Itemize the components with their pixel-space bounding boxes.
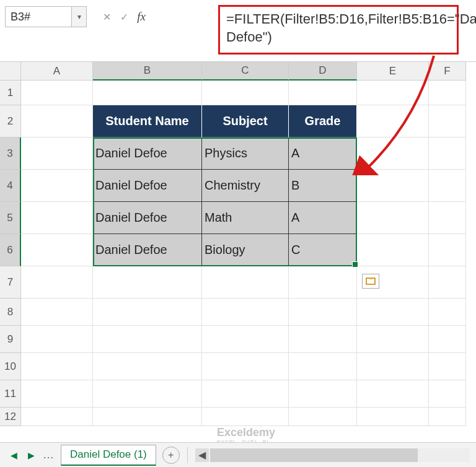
name-box[interactable]: B3# xyxy=(5,6,72,27)
row-header-1[interactable]: 1 xyxy=(0,81,21,105)
row-header-10[interactable]: 10 xyxy=(0,353,21,380)
cell[interactable] xyxy=(93,266,202,299)
cell[interactable] xyxy=(429,170,466,202)
cell[interactable] xyxy=(357,234,429,266)
cell[interactable] xyxy=(429,202,466,234)
row-header-4[interactable]: 4 xyxy=(0,170,21,202)
cell[interactable]: Grade xyxy=(289,105,357,137)
cell[interactable] xyxy=(429,326,466,353)
column-header-A[interactable]: A xyxy=(21,62,93,81)
cell[interactable]: Chemistry xyxy=(202,170,289,202)
row-header-7[interactable]: 7 xyxy=(0,266,21,299)
cell[interactable] xyxy=(429,234,466,266)
cell[interactable] xyxy=(289,326,357,353)
cell[interactable] xyxy=(21,299,93,326)
cell[interactable] xyxy=(357,202,429,234)
cell[interactable] xyxy=(289,353,357,380)
row-header-8[interactable]: 8 xyxy=(0,299,21,326)
cell[interactable] xyxy=(289,380,357,408)
cell[interactable] xyxy=(357,105,429,137)
row-header-11[interactable]: 11 xyxy=(0,380,21,408)
cell[interactable] xyxy=(21,326,93,353)
cell[interactable] xyxy=(202,380,289,408)
cell[interactable] xyxy=(357,353,429,380)
hscroll-track[interactable] xyxy=(210,448,470,462)
row-header-9[interactable]: 9 xyxy=(0,326,21,353)
cell[interactable] xyxy=(429,266,466,299)
cell[interactable] xyxy=(357,380,429,408)
enter-formula-button[interactable]: ✓ xyxy=(115,8,133,25)
row-header-6[interactable]: 6 xyxy=(0,234,21,266)
cell[interactable] xyxy=(21,81,93,105)
cell[interactable] xyxy=(21,380,93,408)
cell[interactable] xyxy=(429,353,466,380)
cell[interactable] xyxy=(429,81,466,105)
tab-more[interactable]: … xyxy=(40,448,57,461)
cell[interactable]: A xyxy=(289,202,357,234)
cell[interactable] xyxy=(202,299,289,326)
column-header-E[interactable]: E xyxy=(357,62,429,81)
cell[interactable] xyxy=(429,299,466,326)
cell[interactable]: Daniel Defoe xyxy=(93,234,202,266)
smart-tag-icon[interactable] xyxy=(362,274,379,289)
cell[interactable] xyxy=(202,408,289,426)
cell[interactable]: Student Name xyxy=(93,105,202,137)
cell[interactable] xyxy=(93,408,202,426)
column-header-D[interactable]: D xyxy=(289,62,357,81)
cell[interactable] xyxy=(21,170,93,202)
select-all-corner[interactable] xyxy=(0,62,21,81)
cell[interactable]: Daniel Defoe xyxy=(93,137,202,170)
cell[interactable]: Subject xyxy=(202,105,289,137)
column-header-F[interactable]: F xyxy=(429,62,466,81)
cell[interactable] xyxy=(21,234,93,266)
cell[interactable] xyxy=(357,137,429,170)
cell[interactable] xyxy=(357,81,429,105)
hscroll-left[interactable]: ◀ xyxy=(195,448,209,462)
cell[interactable] xyxy=(202,266,289,299)
tab-next[interactable]: ▶ xyxy=(22,447,40,464)
cell[interactable] xyxy=(21,202,93,234)
cell[interactable] xyxy=(202,353,289,380)
cell[interactable]: B xyxy=(289,170,357,202)
cell[interactable] xyxy=(429,408,466,426)
cell[interactable] xyxy=(21,105,93,137)
cell[interactable] xyxy=(93,353,202,380)
cell[interactable]: Daniel Defoe xyxy=(93,202,202,234)
cell[interactable] xyxy=(357,408,429,426)
cell[interactable] xyxy=(93,326,202,353)
row-header-3[interactable]: 3 xyxy=(0,137,21,170)
row-header-2[interactable]: 2 xyxy=(0,105,21,137)
column-header-B[interactable]: B xyxy=(93,62,202,81)
cell[interactable] xyxy=(289,266,357,299)
grid[interactable]: Student NameSubjectGradeDaniel DefoePhys… xyxy=(21,81,466,426)
column-header-C[interactable]: C xyxy=(202,62,289,81)
cell[interactable] xyxy=(429,137,466,170)
tab-prev[interactable]: ◀ xyxy=(5,447,22,464)
cell[interactable] xyxy=(289,408,357,426)
sheet-tab-active[interactable]: Daniel Defoe (1) xyxy=(61,445,156,466)
cell[interactable] xyxy=(357,170,429,202)
row-header-5[interactable]: 5 xyxy=(0,202,21,234)
cell[interactable]: Math xyxy=(202,202,289,234)
cell[interactable] xyxy=(202,326,289,353)
cell[interactable] xyxy=(202,81,289,105)
cell[interactable]: A xyxy=(289,137,357,170)
add-sheet-button[interactable]: + xyxy=(162,447,180,464)
cell[interactable] xyxy=(21,266,93,299)
cell[interactable] xyxy=(93,299,202,326)
cell[interactable] xyxy=(93,81,202,105)
cell[interactable] xyxy=(429,105,466,137)
cell[interactable] xyxy=(21,137,93,170)
cell[interactable]: Daniel Defoe xyxy=(93,170,202,202)
row-header-12[interactable]: 12 xyxy=(0,408,21,426)
cancel-formula-button[interactable]: ✕ xyxy=(98,8,115,25)
cell[interactable] xyxy=(21,353,93,380)
cell[interactable] xyxy=(357,326,429,353)
insert-function-button[interactable]: fx xyxy=(133,8,150,25)
cell[interactable] xyxy=(93,380,202,408)
hscroll-thumb[interactable] xyxy=(210,448,418,462)
cell[interactable] xyxy=(429,380,466,408)
cell[interactable] xyxy=(289,299,357,326)
cell[interactable] xyxy=(21,408,93,426)
name-box-dropdown[interactable]: ▾ xyxy=(72,6,87,27)
